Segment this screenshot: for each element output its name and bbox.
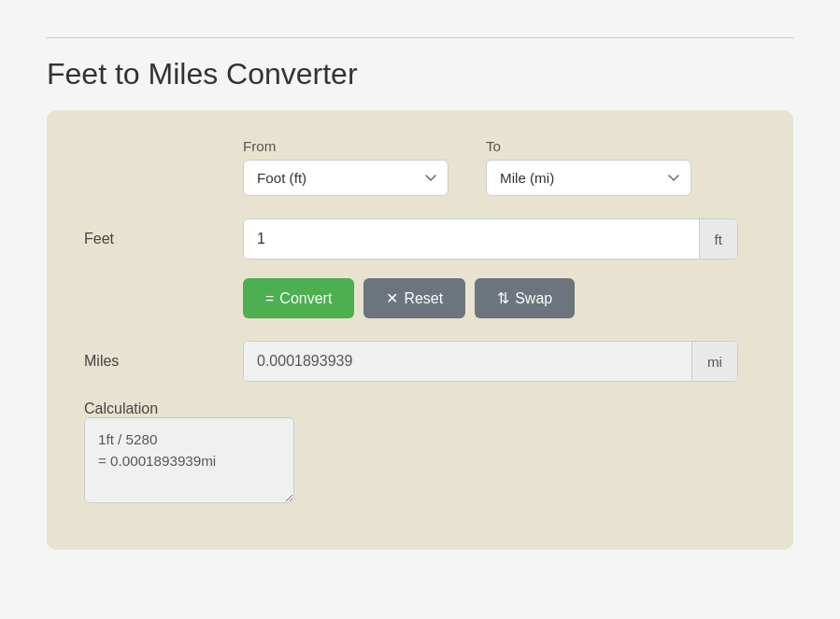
swap-label: Swap [515, 290, 552, 307]
reset-icon: ✕ [386, 289, 398, 307]
convert-icon: = [265, 290, 274, 307]
output-row: Miles mi [84, 341, 756, 382]
convert-label: Convert [279, 290, 332, 307]
convert-button[interactable]: = Convert [243, 278, 354, 318]
swap-icon: ⇅ [497, 289, 509, 307]
button-row: = Convert ✕ Reset ⇅ Swap [84, 278, 756, 318]
unit-row: From Foot (ft) Inch (in) Yard (yd) Mile … [84, 138, 756, 196]
input-wrapper: ft [243, 218, 738, 260]
from-label: From [243, 138, 448, 154]
page-title: Feet to Miles Converter [47, 57, 793, 91]
page-wrapper: Feet to Miles Converter From Foot (ft) I… [19, 19, 821, 569]
input-unit: ft [699, 219, 737, 259]
calculation-wrapper: 1ft / 5280 = 0.0001893939mi [84, 417, 294, 503]
to-select[interactable]: Mile (mi) Foot (ft) Inch (in) Yard (yd) … [486, 160, 691, 196]
input-row: Feet ft [84, 218, 756, 260]
feet-input[interactable] [244, 219, 699, 259]
to-group: To Mile (mi) Foot (ft) Inch (in) Yard (y… [486, 138, 691, 196]
top-divider [47, 37, 793, 38]
converter-card: From Foot (ft) Inch (in) Yard (yd) Mile … [47, 110, 793, 550]
to-label: To [486, 138, 691, 154]
output-wrapper: mi [243, 341, 738, 382]
input-label: Feet [84, 231, 243, 247]
reset-button[interactable]: ✕ Reset [363, 278, 465, 318]
from-group: From Foot (ft) Inch (in) Yard (yd) Mile … [243, 138, 448, 196]
output-label: Miles [84, 353, 243, 370]
swap-button[interactable]: ⇅ Swap [475, 278, 575, 318]
calculation-label: Calculation [84, 401, 243, 417]
calculation-row: Calculation 1ft / 5280 = 0.0001893939mi [84, 401, 756, 503]
reset-label: Reset [404, 290, 443, 307]
output-unit: mi [691, 342, 737, 381]
from-select[interactable]: Foot (ft) Inch (in) Yard (yd) Mile (mi) … [243, 160, 448, 196]
miles-output [244, 342, 691, 381]
calculation-textarea: 1ft / 5280 = 0.0001893939mi [85, 418, 293, 502]
